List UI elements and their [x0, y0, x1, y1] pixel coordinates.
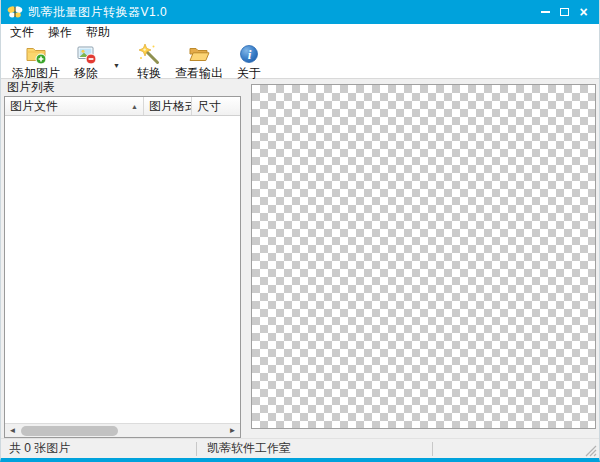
horizontal-scrollbar[interactable]: ◄ ►: [5, 423, 240, 437]
image-list-pane: 图片列表 图片文件 ▲ 图片格式 尺寸 ◄: [4, 79, 241, 438]
titlebar: 凯蒂批量图片转换器V1.0 ×: [1, 0, 599, 24]
preview-checkerboard-pane: [251, 84, 596, 429]
app-window: 凯蒂批量图片转换器V1.0 × 文件 操作 帮助 添加图片: [0, 0, 600, 462]
app-logo-butterfly-icon: [7, 4, 23, 20]
about-button[interactable]: i 关于: [232, 42, 266, 82]
image-list-body-empty[interactable]: [5, 116, 240, 423]
add-images-folder-plus-icon: [25, 43, 47, 65]
image-list-title: 图片列表: [4, 79, 241, 96]
scrollbar-thumb[interactable]: [21, 426, 118, 436]
remove-dropdown-arrow-icon[interactable]: ▼: [107, 62, 126, 69]
column-header-size[interactable]: 尺寸: [192, 97, 240, 115]
convert-magic-wand-icon: [138, 43, 160, 65]
status-image-count: 共 0 张图片: [1, 439, 196, 458]
menu-operation-label: 操作: [48, 24, 72, 41]
svg-text:i: i: [248, 47, 252, 62]
minimize-button[interactable]: [536, 2, 555, 22]
resize-grip-icon[interactable]: [584, 444, 597, 457]
view-output-button[interactable]: 查看输出: [170, 42, 228, 82]
view-output-open-folder-icon: [188, 43, 210, 65]
column-header-image-file[interactable]: 图片文件 ▲: [5, 97, 144, 115]
menu-file-label: 文件: [10, 24, 34, 41]
about-info-icon: i: [238, 43, 260, 65]
image-list-header-row: 图片文件 ▲ 图片格式 尺寸: [5, 97, 240, 116]
close-button[interactable]: ×: [574, 2, 593, 22]
menu-help-label: 帮助: [86, 24, 110, 41]
column-header-image-format-label: 图片格式: [149, 98, 192, 115]
column-header-image-format[interactable]: 图片格式: [144, 97, 192, 115]
menu-file[interactable]: 文件: [3, 24, 41, 41]
image-list-table: 图片文件 ▲ 图片格式 尺寸 ◄ ►: [4, 96, 241, 438]
status-empty-section: [433, 439, 599, 458]
remove-button[interactable]: 移除: [69, 42, 103, 82]
menu-help[interactable]: 帮助: [79, 24, 117, 41]
add-images-button[interactable]: 添加图片: [7, 42, 65, 82]
status-image-count-label: 共 0 张图片: [9, 440, 70, 457]
menu-operation[interactable]: 操作: [41, 24, 79, 41]
maximize-icon: [560, 8, 569, 16]
window-controls: ×: [536, 2, 593, 22]
remove-image-minus-icon: [75, 43, 97, 65]
scroll-left-arrow-icon[interactable]: ◄: [5, 424, 20, 438]
toolbar: 添加图片 移除 ▼ 转换: [1, 41, 599, 79]
convert-button[interactable]: 转换: [132, 42, 166, 82]
minimize-icon: [541, 11, 550, 13]
maximize-button[interactable]: [555, 2, 574, 22]
status-studio: 凯蒂软件工作室: [197, 439, 432, 458]
window-title: 凯蒂批量图片转换器V1.0: [28, 4, 167, 21]
column-header-size-label: 尺寸: [197, 98, 221, 115]
status-studio-label: 凯蒂软件工作室: [207, 440, 291, 457]
menubar: 文件 操作 帮助: [1, 24, 599, 41]
statusbar: 共 0 张图片 凯蒂软件工作室: [1, 438, 599, 458]
column-header-image-file-label: 图片文件: [10, 98, 58, 115]
sort-asc-icon: ▲: [131, 103, 138, 110]
main-content: 图片列表 图片文件 ▲ 图片格式 尺寸 ◄: [1, 79, 599, 438]
close-icon: ×: [579, 5, 587, 19]
scroll-right-arrow-icon[interactable]: ►: [225, 424, 240, 438]
